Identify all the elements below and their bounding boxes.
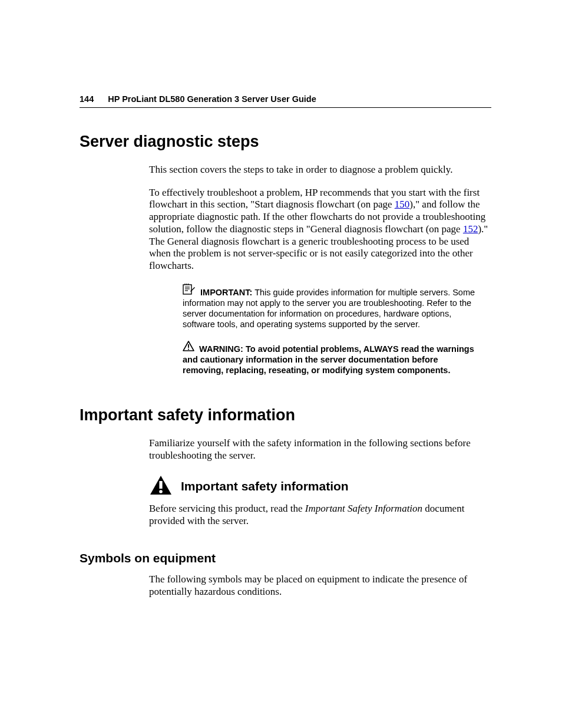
document-page: 144 HP ProLiant DL580 Generation 3 Serve…	[0, 0, 562, 644]
running-header: 144 HP ProLiant DL580 Generation 3 Serve…	[80, 94, 491, 108]
safety-subheading-row: Important safety information	[149, 475, 491, 498]
text: Before servicing this product, read the	[149, 503, 305, 514]
important-note: IMPORTANT: This guide provides informati…	[183, 283, 480, 330]
page-link-152[interactable]: 152	[463, 223, 478, 235]
svg-point-8	[188, 348, 189, 350]
heading-symbols-on-equipment: Symbols on equipment	[80, 551, 491, 565]
italic-text: Important Safety Information	[305, 503, 422, 514]
page-number: 144	[80, 94, 94, 104]
section1-body: This section covers the steps to take in…	[149, 164, 491, 272]
important-label: IMPORTANT:	[200, 288, 252, 297]
warning-label: WARNING:	[199, 344, 243, 354]
section2-body: Familiarize yourself with the safety inf…	[149, 437, 491, 528]
svg-rect-9	[159, 481, 162, 489]
paragraph: This section covers the steps to take in…	[149, 164, 491, 176]
doc-title: HP ProLiant DL580 Generation 3 Server Us…	[108, 94, 316, 104]
paragraph: Familiarize yourself with the safety inf…	[149, 437, 491, 462]
warning-note: WARNING: To avoid potential problems, AL…	[183, 341, 480, 376]
svg-point-10	[159, 490, 163, 494]
heading-important-safety-information: Important safety information	[80, 406, 491, 424]
exclamation-triangle-icon	[149, 475, 173, 498]
note-icon	[183, 283, 196, 297]
page-link-150[interactable]: 150	[395, 199, 410, 210]
warning-triangle-icon	[183, 341, 194, 354]
heading-server-diagnostic-steps: Server diagnostic steps	[80, 133, 491, 151]
paragraph: To effectively troubleshoot a problem, H…	[149, 187, 491, 272]
subheading-important-safety-information: Important safety information	[181, 479, 349, 493]
paragraph: Before servicing this product, read the …	[149, 503, 491, 527]
section3-body: The following symbols may be placed on e…	[149, 574, 491, 598]
paragraph: The following symbols may be placed on e…	[149, 574, 491, 598]
svg-rect-0	[183, 285, 191, 294]
